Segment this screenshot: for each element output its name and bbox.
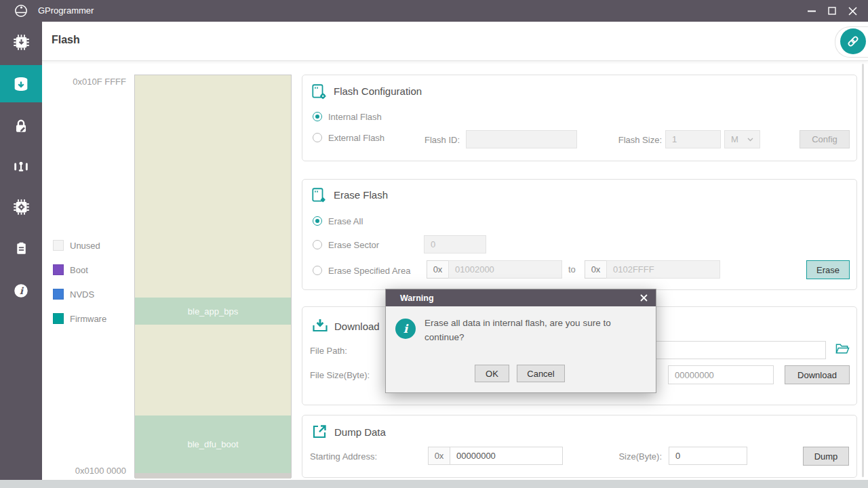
- info-icon: i: [395, 319, 416, 339]
- erase-button[interactable]: Erase: [806, 260, 850, 279]
- config-button: Config: [800, 130, 850, 148]
- legend-item-firmware: Firmware: [53, 313, 106, 324]
- dump-data-title: Dump Data: [334, 426, 386, 438]
- external-flash-option[interactable]: External Flash: [313, 132, 384, 143]
- flash-configuration-panel: Flash Configuration Internal Flash Exter…: [302, 75, 857, 161]
- ok-button[interactable]: OK: [475, 365, 509, 382]
- erase-sector-option[interactable]: Erase Sector: [313, 239, 379, 250]
- sidebar-item-about[interactable]: i: [0, 272, 42, 309]
- app-window: GProgrammer: [0, 0, 868, 488]
- dump-address-input[interactable]: [450, 447, 563, 465]
- dump-data-icon: [312, 424, 327, 442]
- erase-area-radio[interactable]: [313, 266, 322, 275]
- legend-swatch-boot: [53, 264, 64, 275]
- window-bottom-edge: [0, 480, 868, 488]
- dialog-titlebar: Warning: [386, 289, 656, 306]
- file-path-label: File Path:: [310, 346, 347, 356]
- scrollbar[interactable]: [862, 64, 864, 477]
- erase-sector-input: [424, 235, 486, 253]
- browse-file-button[interactable]: [835, 342, 850, 357]
- download-title: Download: [334, 321, 380, 332]
- info-icon: i: [12, 282, 30, 300]
- dialog-close-button[interactable]: [640, 294, 648, 302]
- erase-area-option[interactable]: Erase Specified Area: [313, 265, 410, 276]
- internal-flash-label: Internal Flash: [328, 112, 382, 122]
- clipboard-icon: [13, 240, 30, 257]
- dump-data-panel: Dump Data Starting Address: 0x Size(Byte…: [302, 415, 857, 478]
- file-size-label: File Size(Byte):: [310, 370, 370, 380]
- memory-region-ble-app-bps: ble_app_bps: [135, 298, 291, 325]
- flash-size-unit-value: M: [731, 134, 738, 144]
- close-icon: [848, 7, 857, 16]
- chevron-down-icon: [747, 138, 753, 142]
- flash-id-label: Flash ID:: [397, 135, 460, 145]
- region-label: ble_dfu_boot: [187, 439, 238, 449]
- legend-item-unused: Unused: [53, 240, 100, 251]
- dump-hex-prefix: 0x: [428, 447, 450, 465]
- dump-button[interactable]: Dump: [803, 447, 849, 466]
- flash-id-input: [466, 130, 577, 148]
- chip-gear-icon: [12, 198, 31, 216]
- flash-storage-icon: [12, 75, 31, 94]
- legend-swatch-firmware: [53, 313, 64, 324]
- dialog-message: Erase all data in internal flash, are yo…: [425, 316, 640, 344]
- folder-open-icon: [835, 342, 850, 355]
- window-title: GProgrammer: [38, 0, 94, 22]
- legend-item-boot: Boot: [53, 264, 88, 275]
- legend-label: Boot: [70, 265, 88, 275]
- map-bottom-address: 0x0100 0000: [41, 466, 126, 476]
- sidebar-item-chip-config[interactable]: [0, 188, 42, 226]
- minimize-icon: [808, 10, 816, 12]
- area-end-hex-prefix: 0x: [585, 260, 607, 279]
- warning-dialog: Warning i Erase all data in internal fla…: [385, 289, 656, 393]
- page-title: Flash: [52, 34, 80, 46]
- erase-flash-icon: [312, 188, 326, 206]
- erase-area-label: Erase Specified Area: [328, 266, 410, 276]
- sidebar-item-connector[interactable]: [0, 148, 42, 185]
- sidebar-item-log[interactable]: [0, 230, 42, 267]
- erase-sector-label: Erase Sector: [328, 240, 379, 250]
- download-button[interactable]: Download: [785, 365, 850, 384]
- page-header: Flash: [42, 22, 868, 61]
- memory-map: ble_app_bps ble_dfu_boot: [134, 75, 292, 478]
- region-label: ble_app_bps: [188, 306, 238, 317]
- dump-size-label: Size(Byte):: [611, 451, 662, 462]
- maximize-button[interactable]: [822, 0, 842, 22]
- dump-size-input[interactable]: [669, 447, 747, 465]
- internal-flash-radio[interactable]: [313, 112, 322, 121]
- cancel-button[interactable]: Cancel: [517, 365, 565, 382]
- flash-size-label: Flash Size:: [611, 135, 662, 145]
- legend-label: NVDS: [70, 289, 94, 300]
- area-start-input: [448, 260, 562, 279]
- legend-label: Firmware: [70, 314, 106, 324]
- sidebar-item-encrypt[interactable]: [0, 107, 42, 144]
- erase-flash-title: Erase Flash: [334, 189, 388, 201]
- legend-label: Unused: [70, 241, 100, 251]
- sidebar-item-flash[interactable]: [0, 65, 42, 102]
- external-flash-radio[interactable]: [313, 133, 322, 142]
- minimize-button[interactable]: [802, 0, 822, 22]
- connect-pill: [835, 26, 868, 58]
- connect-button[interactable]: [840, 28, 866, 54]
- flash-size-unit-select: M: [724, 130, 760, 148]
- erase-all-radio[interactable]: [313, 216, 322, 226]
- titlebar: GProgrammer: [0, 0, 868, 22]
- close-button[interactable]: [842, 0, 863, 22]
- legend-swatch-unused: [53, 240, 64, 251]
- memory-region-ble-dfu-boot: ble_dfu_boot: [135, 415, 291, 473]
- erase-all-label: Erase All: [328, 216, 363, 226]
- flash-config-title: Flash Configuration: [334, 85, 422, 97]
- sidebar: i: [0, 22, 42, 480]
- download-section-icon: [312, 318, 328, 336]
- erase-all-option[interactable]: Erase All: [313, 216, 363, 226]
- chip-download-icon: [12, 33, 31, 52]
- sidebar-item-firmware[interactable]: [0, 24, 42, 61]
- link-icon: [846, 35, 860, 48]
- area-end-input: [606, 260, 720, 279]
- maximize-icon: [828, 7, 836, 15]
- window-controls: [802, 0, 863, 22]
- internal-flash-option[interactable]: Internal Flash: [313, 111, 382, 122]
- erase-sector-radio[interactable]: [313, 240, 322, 249]
- start-address-input[interactable]: [668, 365, 774, 384]
- dialog-title: Warning: [400, 293, 434, 303]
